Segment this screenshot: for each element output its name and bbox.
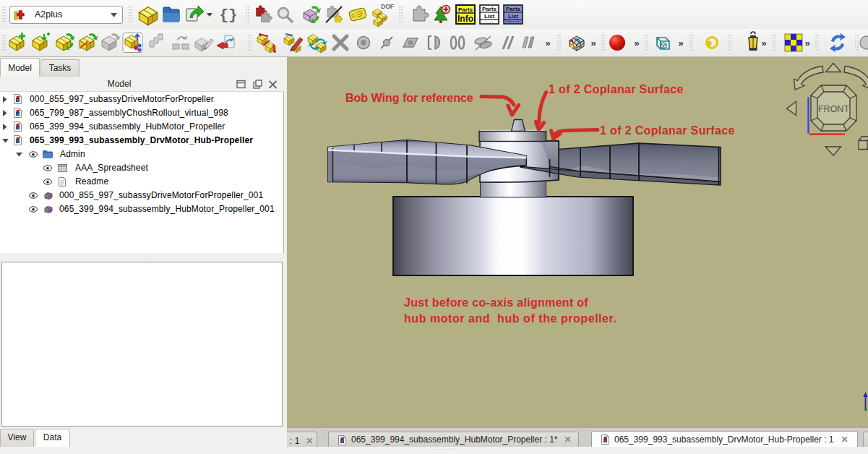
svg-text:Parts: Parts <box>458 7 473 13</box>
svg-text:SubAssemblies: SubAssemblies <box>505 20 521 23</box>
svg-text:{}: {} <box>219 7 237 24</box>
svg-text:Info: Info <box>457 14 473 24</box>
svg-text:List: List <box>508 13 519 20</box>
svg-text:Bob Wing for reference: Bob Wing for reference <box>345 92 473 104</box>
svg-text:hub motor and hub of the prop: hub motor and hub of the propeller. <box>404 312 616 325</box>
svg-text:Parts: Parts <box>482 6 497 12</box>
svg-text:1 of 2 Coplanar Surface: 1 of 2 Coplanar Surface <box>600 124 735 137</box>
svg-text:Just before co-axis alignment: Just before co-axis alignment of <box>404 296 588 309</box>
svg-text:1 of 2 Coplanar Surface: 1 of 2 Coplanar Surface <box>549 83 684 95</box>
svg-text:FRONT: FRONT <box>818 104 849 114</box>
svg-text:DOF: DOF <box>381 3 394 10</box>
svg-text:List: List <box>484 13 495 20</box>
svg-text:Parts: Parts <box>506 6 521 12</box>
svg-text:— — —: — — — <box>485 21 494 24</box>
